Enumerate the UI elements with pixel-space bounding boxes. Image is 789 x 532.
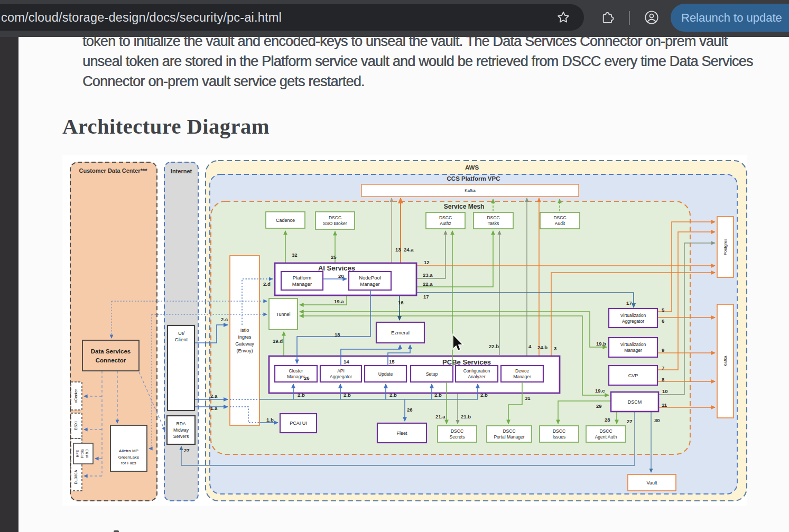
svg-text:21.a: 21.a: [435, 414, 445, 419]
svg-text:Manager: Manager: [292, 281, 312, 287]
svg-text:Fleet: Fleet: [396, 431, 407, 436]
svg-text:19.a: 19.a: [334, 298, 344, 304]
svg-text:2.d: 2.d: [263, 281, 271, 287]
svg-text:Issues: Issues: [553, 434, 566, 440]
svg-text:DL380A: DL380A: [73, 470, 78, 484]
svg-text:RDA: RDA: [177, 421, 186, 426]
svg-text:22.b: 22.b: [489, 343, 499, 349]
svg-text:vCenter: vCenter: [73, 389, 78, 403]
svg-text:nt 8.0: nt 8.0: [85, 449, 89, 458]
svg-text:30: 30: [654, 417, 660, 423]
svg-text:Update: Update: [378, 371, 393, 377]
svg-text:GreenLake: GreenLake: [118, 455, 140, 460]
svg-text:10: 10: [662, 388, 668, 394]
svg-text:18: 18: [335, 332, 340, 338]
svg-text:DSCC: DSCC: [451, 428, 463, 434]
svg-text:2.b: 2.b: [480, 392, 488, 398]
svg-text:DSCC: DSCC: [329, 215, 341, 220]
svg-text:1.a: 1.a: [210, 405, 218, 411]
svg-text:Manager: Manager: [624, 348, 642, 353]
svg-text:6: 6: [662, 318, 664, 324]
svg-text:Data Services: Data Services: [91, 348, 131, 354]
svg-text:Tasks: Tasks: [488, 221, 499, 226]
svg-text:27: 27: [627, 418, 633, 424]
svg-text:Kafka: Kafka: [465, 188, 476, 193]
svg-text:16: 16: [398, 300, 404, 305]
svg-text:DSCC: DSCC: [599, 428, 612, 434]
svg-text:8: 8: [662, 377, 664, 382]
svg-text:Client: Client: [175, 337, 188, 342]
svg-text:Cadence: Cadence: [276, 218, 295, 223]
svg-text:DSCC: DSCC: [553, 215, 566, 220]
svg-text:AWS: AWS: [465, 164, 479, 171]
svg-text:Connector: Connector: [96, 357, 126, 363]
svg-text:17: 17: [423, 294, 429, 300]
svg-text:Alletra MP: Alletra MP: [119, 449, 138, 453]
svg-text:Gateway: Gateway: [235, 341, 254, 347]
svg-text:Ezmeral: Ezmeral: [391, 330, 410, 335]
svg-text:17: 17: [626, 300, 632, 306]
svg-text:DSCC: DSCC: [487, 215, 499, 220]
svg-text:PCBe Services: PCBe Services: [442, 358, 491, 366]
svg-text:32: 32: [292, 252, 298, 258]
svg-text:DSCM: DSCM: [628, 399, 642, 405]
svg-text:25: 25: [331, 254, 337, 260]
svg-text:19.c: 19.c: [595, 388, 605, 394]
svg-text:Agent Auth: Agent Auth: [595, 434, 617, 440]
svg-text:DSCC: DSCC: [503, 428, 515, 434]
svg-text:19.b: 19.b: [596, 341, 606, 347]
svg-text:Customer Data Center***: Customer Data Center***: [79, 167, 148, 174]
svg-text:Kafka: Kafka: [723, 356, 728, 367]
svg-text:Manager: Manager: [360, 281, 380, 287]
svg-text:Virtualization: Virtualization: [620, 313, 646, 318]
svg-text:HPE: HPE: [76, 450, 79, 457]
svg-text:Manager: Manager: [287, 374, 305, 379]
svg-text:for Files: for Files: [121, 461, 136, 465]
svg-text:28: 28: [605, 417, 610, 423]
svg-text:27: 27: [184, 447, 190, 453]
svg-text:Vault: Vault: [647, 480, 657, 486]
svg-text:7: 7: [662, 365, 664, 371]
svg-text:CVP: CVP: [628, 373, 638, 378]
svg-text:2.c: 2.c: [221, 316, 228, 322]
svg-text:Configuration: Configuration: [463, 368, 490, 374]
svg-text:4: 4: [528, 343, 532, 349]
svg-text:22.a: 22.a: [423, 281, 433, 287]
svg-text:26: 26: [304, 375, 310, 381]
svg-text:12: 12: [424, 259, 430, 265]
svg-text:ESXi: ESXi: [73, 421, 78, 430]
svg-text:Platform: Platform: [293, 275, 311, 281]
svg-text:11: 11: [662, 402, 667, 408]
svg-text:2.b: 2.b: [298, 392, 305, 398]
svg-text:SSO Broker: SSO Broker: [323, 221, 347, 226]
svg-text:29: 29: [596, 403, 602, 409]
svg-text:Portal Manager: Portal Manager: [494, 434, 524, 440]
svg-text:21.b: 21.b: [461, 414, 471, 419]
svg-text:2.b: 2.b: [389, 392, 397, 398]
svg-text:2.b: 2.b: [344, 392, 351, 398]
svg-text:24.a: 24.a: [404, 247, 414, 253]
svg-text:Tunnel: Tunnel: [276, 312, 290, 317]
svg-text:14: 14: [344, 359, 349, 365]
svg-text:31: 31: [525, 395, 531, 401]
svg-text:3: 3: [554, 346, 556, 351]
svg-text:Internet: Internet: [171, 168, 192, 174]
svg-text:2.a: 2.a: [210, 393, 218, 399]
svg-text:Audit: Audit: [555, 221, 565, 226]
svg-text:UI/: UI/: [178, 330, 185, 336]
svg-text:24.b: 24.b: [537, 344, 547, 350]
svg-text:Analyzer: Analyzer: [468, 374, 485, 379]
svg-text:PCAI UI: PCAI UI: [290, 421, 307, 426]
svg-text:Midway: Midway: [173, 427, 189, 433]
svg-text:DSCC: DSCC: [553, 428, 565, 434]
svg-text:Secrets: Secrets: [450, 434, 465, 440]
svg-text:Authz: Authz: [440, 221, 451, 226]
svg-text:Ingres: Ingres: [238, 334, 252, 340]
svg-text:26: 26: [407, 407, 413, 413]
svg-text:Servers: Servers: [173, 434, 189, 439]
svg-text:Istio: Istio: [240, 328, 249, 333]
svg-text:5: 5: [662, 307, 665, 313]
svg-text:API: API: [337, 368, 345, 374]
svg-text:9: 9: [662, 347, 664, 353]
svg-text:DSCC: DSCC: [439, 215, 452, 220]
